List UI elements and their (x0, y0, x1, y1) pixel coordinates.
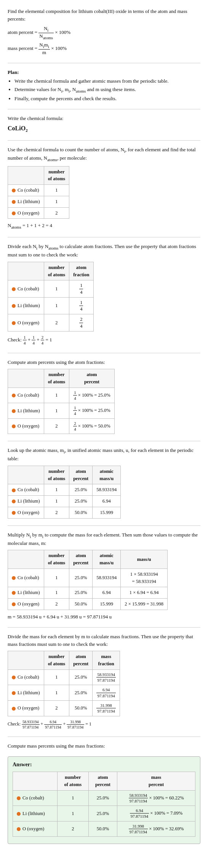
li-atoms-6: 1 (44, 685, 69, 701)
element-o-6: O (oxygen) (8, 700, 44, 716)
ans-col-atom-pct: atompercent (88, 772, 117, 791)
element-o-2: O (oxygen) (8, 314, 44, 332)
element-co-3: Co (cobalt) (8, 388, 44, 403)
co-mf: 58.93319497.871194 (93, 669, 120, 685)
table-row: Li (lithium) 1 14 (8, 297, 94, 314)
o-atoms-2: 2 (44, 314, 69, 332)
element-li-6: Li (lithium) (8, 685, 44, 701)
element-li-1: Li (lithium) (8, 196, 44, 207)
o-pct-5: 50.0% (69, 599, 93, 610)
li-mass-expr: 1 × 6.94 = 6.94 (121, 587, 168, 599)
table-row: O (oxygen) 2 50.0% 15.999 2 × 15.999 = 3… (8, 599, 168, 610)
col-mass-fraction: massfraction (93, 651, 120, 670)
table-row: Co (cobalt) 1 25.0% 58.933194 (8, 484, 121, 496)
li-atoms-1: 1 (44, 196, 69, 207)
col-atom-percent-3: atompercent (69, 369, 115, 388)
col-atom-fraction: atomfraction (69, 262, 93, 280)
o-pct-4: 50.0% (69, 507, 93, 518)
col-num-atoms-5: numberof atoms (44, 550, 69, 569)
ans-o-atom-pct: 50.0% (88, 821, 117, 837)
co-atoms-6: 1 (44, 669, 69, 685)
ans-co-atoms: 1 (57, 790, 88, 806)
table-row: O (oxygen) 2 24 × 100% = 50.0% (8, 418, 115, 434)
o-mass: 15.999 (93, 507, 121, 518)
plan-step-3: Finally, compute the percents and check … (14, 95, 200, 102)
table-row: Li (lithium) 1 14 × 100% = 25.0% (8, 403, 115, 419)
atom-fractions-desc: Divide each Ni by Natoms to calculate at… (8, 243, 200, 259)
o-atoms-5: 2 (44, 599, 69, 610)
col-num-atoms-6: numberof atoms (44, 651, 69, 670)
atom-percent-formula: atom percent = NiNatoms × 100% (8, 26, 200, 40)
molecular-mass-section: Multiply Ni by mi to compute the mass fo… (8, 531, 200, 621)
atomic-masses-desc: Look up the atomic mass, mi, in unified … (8, 447, 200, 463)
o-mf: 31.99897.871194 (93, 700, 120, 716)
col-atom-percent-5: atompercent (69, 550, 93, 569)
table-row: Li (lithium) 1 25.0% 6.94 (8, 496, 121, 507)
natoms-equation: Natoms = 1 + 1 + 2 = 4 (8, 222, 200, 230)
table-row: Co (cobalt) 1 14 (8, 280, 94, 298)
table-row: O (oxygen) 2 24 (8, 314, 94, 332)
col-element-1 (8, 166, 44, 185)
page-header: Find the elemental composition for lithi… (8, 8, 200, 56)
mass-fraction-check: Check: 58.93319497.871194 + 6.9497.87119… (8, 719, 200, 730)
col-num-atoms-4: numberof atoms (44, 466, 69, 484)
co-atoms-5: 1 (44, 569, 69, 587)
element-o-4: O (oxygen) (8, 507, 44, 518)
answer-box: Answer: numberof atoms atompercent massp… (8, 756, 200, 844)
co-percent: 14 × 100% = 25.0% (69, 388, 115, 403)
count-atoms-section: Use the chemical formula to count the nu… (8, 146, 200, 230)
li-mf: 6.9497.871194 (93, 685, 120, 701)
ans-element-li: Li (lithium) (13, 806, 58, 822)
chemical-formula: CoLiO2 (8, 124, 200, 134)
table-row: Co (cobalt) 1 (8, 185, 69, 196)
li-atoms-3: 1 (44, 403, 69, 419)
plan-list: Write the chemical formula and gather at… (14, 77, 200, 102)
co-pct-5: 25.0% (69, 569, 93, 587)
co-atoms-2: 1 (44, 280, 69, 298)
table-row: O (oxygen) 2 (8, 207, 69, 219)
li-mass: 6.94 (93, 496, 121, 507)
o-percent: 24 × 100% = 50.0% (69, 418, 115, 434)
ans-o-mass-pct: 31.99897.871194 × 100% = 32.69% (117, 821, 195, 837)
col-atomic-mass: atomicmass/u (93, 466, 121, 484)
li-mass-5: 6.94 (93, 587, 121, 599)
mass-percents-label-section: Compute mass percents using the mass fra… (8, 742, 200, 750)
table-row: Co (cobalt) 1 14 × 100% = 25.0% (8, 388, 115, 403)
plan-step-1: Write the chemical formula and gather at… (14, 77, 200, 85)
ans-co-mass-pct: 58.93319497.871194 × 100% = 60.22% (117, 790, 195, 806)
col-num-atoms-3: numberof atoms (44, 369, 69, 388)
element-o-5: O (oxygen) (8, 599, 44, 610)
atom-fractions-table: numberof atoms atomfraction Co (cobalt) … (8, 262, 94, 332)
table-row: Li (lithium) 1 (8, 196, 69, 207)
o-atoms-3: 2 (44, 418, 69, 434)
atomic-masses-section: Look up the atomic mass, mi, in unified … (8, 447, 200, 518)
co-atoms-3: 1 (44, 388, 69, 403)
co-atoms-4: 1 (44, 484, 69, 496)
atom-fractions-section: Divide each Ni by Natoms to calculate at… (8, 243, 200, 346)
o-atoms-1: 2 (44, 207, 69, 219)
element-co-6: Co (cobalt) (8, 669, 44, 685)
col-num-atoms-2: numberof atoms (44, 262, 69, 280)
table-row: Li (lithium) 1 25.0% 6.94 1 × 6.94 = 6.9… (8, 587, 168, 599)
col-element-5 (8, 550, 44, 569)
ans-element-co: Co (cobalt) (13, 790, 58, 806)
ans-col-atoms: numberof atoms (57, 772, 88, 791)
table-row: O (oxygen) 2 50.0% 31.99897.871194 (8, 700, 120, 716)
plan-step-2: Determine values for Ni, mi, Natoms and … (14, 86, 200, 94)
atom-percents-section: Compute atom percents using the atom fra… (8, 359, 200, 434)
element-co-2: Co (cobalt) (8, 280, 44, 298)
co-mass-expr: 1 × 58.933194= 58.933194 (121, 569, 168, 587)
ans-col-mass-pct: masspercent (117, 772, 195, 791)
co-pct-4: 25.0% (69, 484, 93, 496)
molecular-mass-desc: Multiply Ni by mi to compute the mass fo… (8, 531, 200, 547)
li-fraction: 14 (69, 297, 93, 314)
mass-fractions-table: numberof atoms atompercent massfraction … (8, 651, 120, 716)
chemical-formula-section: Write the chemical formula: CoLiO2 (8, 115, 200, 133)
co-fraction: 14 (69, 280, 93, 298)
element-co-5: Co (cobalt) (8, 569, 44, 587)
answer-table: numberof atoms atompercent masspercent C… (13, 772, 195, 837)
atom-percents-desc: Compute atom percents using the atom fra… (8, 359, 200, 366)
col-atom-percent-4: atompercent (69, 466, 93, 484)
o-mass-5: 15.999 (93, 599, 121, 610)
element-co-4: Co (cobalt) (8, 484, 44, 496)
